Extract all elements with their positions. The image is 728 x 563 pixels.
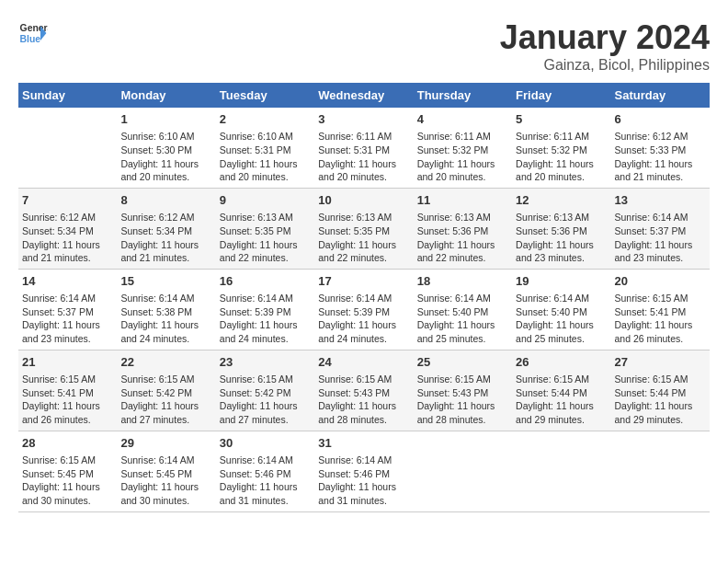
page-subtitle: Gainza, Bicol, Philippines [500,57,710,74]
calendar-cell [512,431,610,511]
day-number: 18 [417,273,508,290]
day-info: Sunrise: 6:11 AM Sunset: 5:32 PM Dayligh… [516,130,607,184]
column-header-tuesday: Tuesday [216,83,314,108]
logo-icon: General Blue [18,18,48,48]
calendar-cell [18,108,117,188]
column-header-wednesday: Wednesday [314,83,413,108]
calendar-cell: 24Sunrise: 6:15 AM Sunset: 5:43 PM Dayli… [314,350,413,431]
calendar-cell: 12Sunrise: 6:13 AM Sunset: 5:36 PM Dayli… [512,188,610,269]
day-info: Sunrise: 6:14 AM Sunset: 5:46 PM Dayligh… [220,454,311,508]
day-info: Sunrise: 6:15 AM Sunset: 5:43 PM Dayligh… [318,373,409,427]
calendar-cell: 5Sunrise: 6:11 AM Sunset: 5:32 PM Daylig… [512,108,610,188]
day-number: 21 [22,354,113,371]
day-number: 5 [516,111,607,128]
day-info: Sunrise: 6:11 AM Sunset: 5:31 PM Dayligh… [318,130,409,184]
calendar-cell: 17Sunrise: 6:14 AM Sunset: 5:39 PM Dayli… [314,269,413,350]
calendar-cell: 30Sunrise: 6:14 AM Sunset: 5:46 PM Dayli… [216,431,314,511]
calendar-week-row: 14Sunrise: 6:14 AM Sunset: 5:37 PM Dayli… [18,269,710,350]
calendar-cell: 27Sunrise: 6:15 AM Sunset: 5:44 PM Dayli… [611,350,710,431]
day-info: Sunrise: 6:10 AM Sunset: 5:30 PM Dayligh… [120,130,211,184]
day-number: 17 [318,273,409,290]
column-header-saturday: Saturday [611,83,710,108]
day-info: Sunrise: 6:14 AM Sunset: 5:37 PM Dayligh… [615,211,706,265]
logo: General Blue [18,18,48,48]
day-info: Sunrise: 6:14 AM Sunset: 5:38 PM Dayligh… [120,292,211,346]
calendar-cell: 14Sunrise: 6:14 AM Sunset: 5:37 PM Dayli… [18,269,117,350]
day-info: Sunrise: 6:12 AM Sunset: 5:34 PM Dayligh… [120,211,211,265]
day-number: 16 [220,273,311,290]
day-number: 1 [120,111,211,128]
calendar-cell [611,431,710,511]
calendar-cell: 8Sunrise: 6:12 AM Sunset: 5:34 PM Daylig… [117,188,215,269]
day-number: 15 [120,273,211,290]
calendar-cell: 13Sunrise: 6:14 AM Sunset: 5:37 PM Dayli… [611,188,710,269]
calendar-cell: 4Sunrise: 6:11 AM Sunset: 5:32 PM Daylig… [414,108,512,188]
day-number: 30 [220,435,311,452]
day-info: Sunrise: 6:13 AM Sunset: 5:36 PM Dayligh… [516,211,607,265]
calendar-cell: 15Sunrise: 6:14 AM Sunset: 5:38 PM Dayli… [117,269,215,350]
day-number: 27 [615,354,706,371]
calendar-cell: 23Sunrise: 6:15 AM Sunset: 5:42 PM Dayli… [216,350,314,431]
day-info: Sunrise: 6:12 AM Sunset: 5:34 PM Dayligh… [22,211,113,265]
day-info: Sunrise: 6:15 AM Sunset: 5:41 PM Dayligh… [615,292,706,346]
calendar-cell [414,431,512,511]
day-number: 2 [220,111,311,128]
day-number: 4 [417,111,508,128]
day-info: Sunrise: 6:14 AM Sunset: 5:40 PM Dayligh… [417,292,508,346]
title-block: January 2024 Gainza, Bicol, Philippines [500,18,710,74]
day-info: Sunrise: 6:14 AM Sunset: 5:40 PM Dayligh… [516,292,607,346]
calendar-cell: 7Sunrise: 6:12 AM Sunset: 5:34 PM Daylig… [18,188,117,269]
calendar-week-row: 1Sunrise: 6:10 AM Sunset: 5:30 PM Daylig… [18,108,710,188]
calendar-cell: 6Sunrise: 6:12 AM Sunset: 5:33 PM Daylig… [611,108,710,188]
day-info: Sunrise: 6:15 AM Sunset: 5:42 PM Dayligh… [120,373,211,427]
day-number: 9 [220,192,311,209]
day-info: Sunrise: 6:15 AM Sunset: 5:43 PM Dayligh… [417,373,508,427]
day-info: Sunrise: 6:14 AM Sunset: 5:45 PM Dayligh… [120,454,211,508]
day-info: Sunrise: 6:14 AM Sunset: 5:39 PM Dayligh… [220,292,311,346]
calendar-cell: 9Sunrise: 6:13 AM Sunset: 5:35 PM Daylig… [216,188,314,269]
day-info: Sunrise: 6:14 AM Sunset: 5:37 PM Dayligh… [22,292,113,346]
calendar-cell: 25Sunrise: 6:15 AM Sunset: 5:43 PM Dayli… [414,350,512,431]
day-number: 26 [516,354,607,371]
day-info: Sunrise: 6:15 AM Sunset: 5:42 PM Dayligh… [220,373,311,427]
calendar-week-row: 7Sunrise: 6:12 AM Sunset: 5:34 PM Daylig… [18,188,710,269]
calendar-cell: 31Sunrise: 6:14 AM Sunset: 5:46 PM Dayli… [314,431,413,511]
day-number: 6 [615,111,706,128]
day-number: 28 [22,435,113,452]
day-number: 10 [318,192,409,209]
calendar-table: SundayMondayTuesdayWednesdayThursdayFrid… [18,83,710,512]
calendar-cell: 10Sunrise: 6:13 AM Sunset: 5:35 PM Dayli… [314,188,413,269]
calendar-cell: 28Sunrise: 6:15 AM Sunset: 5:45 PM Dayli… [18,431,117,511]
svg-text:Blue: Blue [20,34,41,44]
calendar-header-row: SundayMondayTuesdayWednesdayThursdayFrid… [18,83,710,108]
calendar-cell: 2Sunrise: 6:10 AM Sunset: 5:31 PM Daylig… [216,108,314,188]
day-number: 22 [120,354,211,371]
day-info: Sunrise: 6:12 AM Sunset: 5:33 PM Dayligh… [615,130,706,184]
day-info: Sunrise: 6:15 AM Sunset: 5:44 PM Dayligh… [516,373,607,427]
column-header-thursday: Thursday [414,83,512,108]
day-info: Sunrise: 6:11 AM Sunset: 5:32 PM Dayligh… [417,130,508,184]
day-number: 20 [615,273,706,290]
day-info: Sunrise: 6:13 AM Sunset: 5:36 PM Dayligh… [417,211,508,265]
calendar-week-row: 28Sunrise: 6:15 AM Sunset: 5:45 PM Dayli… [18,431,710,511]
day-info: Sunrise: 6:13 AM Sunset: 5:35 PM Dayligh… [318,211,409,265]
column-header-friday: Friday [512,83,610,108]
calendar-cell: 18Sunrise: 6:14 AM Sunset: 5:40 PM Dayli… [414,269,512,350]
calendar-cell: 11Sunrise: 6:13 AM Sunset: 5:36 PM Dayli… [414,188,512,269]
calendar-cell: 16Sunrise: 6:14 AM Sunset: 5:39 PM Dayli… [216,269,314,350]
calendar-cell: 22Sunrise: 6:15 AM Sunset: 5:42 PM Dayli… [117,350,215,431]
day-number: 23 [220,354,311,371]
day-number: 25 [417,354,508,371]
column-header-monday: Monday [117,83,215,108]
column-header-sunday: Sunday [18,83,117,108]
day-number: 29 [120,435,211,452]
calendar-cell: 19Sunrise: 6:14 AM Sunset: 5:40 PM Dayli… [512,269,610,350]
day-number: 24 [318,354,409,371]
day-info: Sunrise: 6:13 AM Sunset: 5:35 PM Dayligh… [220,211,311,265]
day-number: 8 [120,192,211,209]
page-title: January 2024 [500,18,710,57]
calendar-cell: 3Sunrise: 6:11 AM Sunset: 5:31 PM Daylig… [314,108,413,188]
day-number: 11 [417,192,508,209]
day-number: 13 [615,192,706,209]
day-number: 7 [22,192,113,209]
